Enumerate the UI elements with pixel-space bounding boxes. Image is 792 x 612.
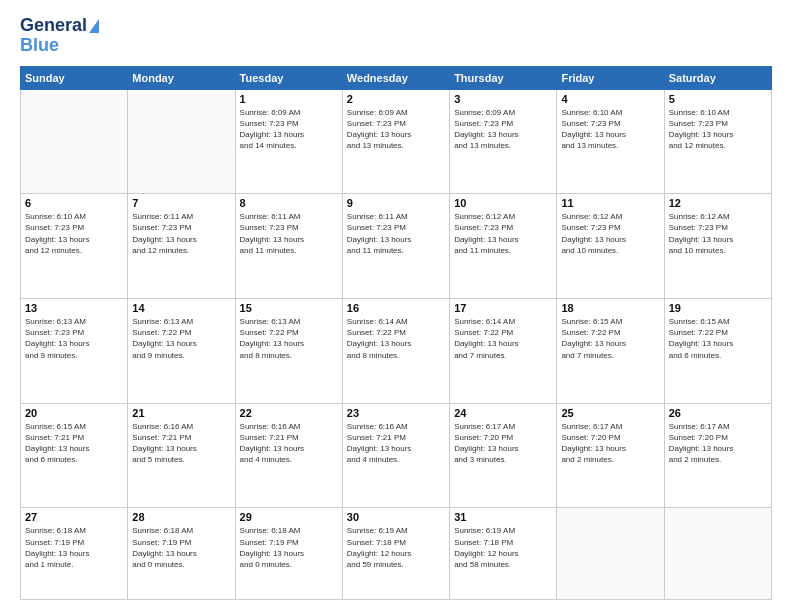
logo-text-blue: Blue bbox=[20, 36, 59, 56]
calendar-cell: 2Sunrise: 6:09 AM Sunset: 7:23 PM Daylig… bbox=[342, 89, 449, 194]
day-number: 24 bbox=[454, 407, 552, 419]
calendar-cell: 26Sunrise: 6:17 AM Sunset: 7:20 PM Dayli… bbox=[664, 403, 771, 508]
day-info: Sunrise: 6:13 AM Sunset: 7:22 PM Dayligh… bbox=[240, 316, 338, 361]
calendar-cell: 4Sunrise: 6:10 AM Sunset: 7:23 PM Daylig… bbox=[557, 89, 664, 194]
col-header-friday: Friday bbox=[557, 66, 664, 89]
day-number: 15 bbox=[240, 302, 338, 314]
calendar-cell: 7Sunrise: 6:11 AM Sunset: 7:23 PM Daylig… bbox=[128, 194, 235, 299]
day-number: 4 bbox=[561, 93, 659, 105]
day-number: 3 bbox=[454, 93, 552, 105]
day-number: 6 bbox=[25, 197, 123, 209]
day-number: 30 bbox=[347, 511, 445, 523]
calendar-table: SundayMondayTuesdayWednesdayThursdayFrid… bbox=[20, 66, 772, 600]
day-info: Sunrise: 6:18 AM Sunset: 7:19 PM Dayligh… bbox=[25, 525, 123, 570]
day-number: 27 bbox=[25, 511, 123, 523]
calendar-cell: 30Sunrise: 6:19 AM Sunset: 7:18 PM Dayli… bbox=[342, 508, 449, 600]
calendar-cell: 24Sunrise: 6:17 AM Sunset: 7:20 PM Dayli… bbox=[450, 403, 557, 508]
calendar-cell: 12Sunrise: 6:12 AM Sunset: 7:23 PM Dayli… bbox=[664, 194, 771, 299]
day-info: Sunrise: 6:10 AM Sunset: 7:23 PM Dayligh… bbox=[561, 107, 659, 152]
calendar-cell: 25Sunrise: 6:17 AM Sunset: 7:20 PM Dayli… bbox=[557, 403, 664, 508]
day-number: 22 bbox=[240, 407, 338, 419]
logo-line1: General bbox=[20, 16, 99, 36]
day-number: 1 bbox=[240, 93, 338, 105]
calendar-cell: 18Sunrise: 6:15 AM Sunset: 7:22 PM Dayli… bbox=[557, 298, 664, 403]
day-info: Sunrise: 6:18 AM Sunset: 7:19 PM Dayligh… bbox=[132, 525, 230, 570]
day-info: Sunrise: 6:19 AM Sunset: 7:18 PM Dayligh… bbox=[347, 525, 445, 570]
day-number: 12 bbox=[669, 197, 767, 209]
calendar-cell: 29Sunrise: 6:18 AM Sunset: 7:19 PM Dayli… bbox=[235, 508, 342, 600]
col-header-sunday: Sunday bbox=[21, 66, 128, 89]
day-info: Sunrise: 6:15 AM Sunset: 7:22 PM Dayligh… bbox=[561, 316, 659, 361]
day-info: Sunrise: 6:11 AM Sunset: 7:23 PM Dayligh… bbox=[240, 211, 338, 256]
day-info: Sunrise: 6:09 AM Sunset: 7:23 PM Dayligh… bbox=[240, 107, 338, 152]
col-header-thursday: Thursday bbox=[450, 66, 557, 89]
calendar-cell bbox=[557, 508, 664, 600]
calendar-cell: 13Sunrise: 6:13 AM Sunset: 7:23 PM Dayli… bbox=[21, 298, 128, 403]
day-number: 28 bbox=[132, 511, 230, 523]
day-info: Sunrise: 6:10 AM Sunset: 7:23 PM Dayligh… bbox=[669, 107, 767, 152]
calendar-cell: 6Sunrise: 6:10 AM Sunset: 7:23 PM Daylig… bbox=[21, 194, 128, 299]
calendar-cell: 31Sunrise: 6:19 AM Sunset: 7:18 PM Dayli… bbox=[450, 508, 557, 600]
calendar-cell: 11Sunrise: 6:12 AM Sunset: 7:23 PM Dayli… bbox=[557, 194, 664, 299]
day-info: Sunrise: 6:16 AM Sunset: 7:21 PM Dayligh… bbox=[347, 421, 445, 466]
day-number: 5 bbox=[669, 93, 767, 105]
calendar-cell: 19Sunrise: 6:15 AM Sunset: 7:22 PM Dayli… bbox=[664, 298, 771, 403]
day-info: Sunrise: 6:11 AM Sunset: 7:23 PM Dayligh… bbox=[132, 211, 230, 256]
day-number: 17 bbox=[454, 302, 552, 314]
calendar-cell: 21Sunrise: 6:16 AM Sunset: 7:21 PM Dayli… bbox=[128, 403, 235, 508]
day-number: 21 bbox=[132, 407, 230, 419]
calendar-cell bbox=[128, 89, 235, 194]
day-number: 18 bbox=[561, 302, 659, 314]
calendar-cell: 23Sunrise: 6:16 AM Sunset: 7:21 PM Dayli… bbox=[342, 403, 449, 508]
calendar-cell: 28Sunrise: 6:18 AM Sunset: 7:19 PM Dayli… bbox=[128, 508, 235, 600]
day-number: 14 bbox=[132, 302, 230, 314]
day-number: 2 bbox=[347, 93, 445, 105]
calendar-cell: 16Sunrise: 6:14 AM Sunset: 7:22 PM Dayli… bbox=[342, 298, 449, 403]
day-info: Sunrise: 6:15 AM Sunset: 7:21 PM Dayligh… bbox=[25, 421, 123, 466]
day-number: 11 bbox=[561, 197, 659, 209]
logo-arrow-icon bbox=[89, 19, 99, 33]
calendar-cell: 1Sunrise: 6:09 AM Sunset: 7:23 PM Daylig… bbox=[235, 89, 342, 194]
calendar-cell: 14Sunrise: 6:13 AM Sunset: 7:22 PM Dayli… bbox=[128, 298, 235, 403]
day-info: Sunrise: 6:18 AM Sunset: 7:19 PM Dayligh… bbox=[240, 525, 338, 570]
calendar-cell: 5Sunrise: 6:10 AM Sunset: 7:23 PM Daylig… bbox=[664, 89, 771, 194]
day-info: Sunrise: 6:17 AM Sunset: 7:20 PM Dayligh… bbox=[561, 421, 659, 466]
day-info: Sunrise: 6:11 AM Sunset: 7:23 PM Dayligh… bbox=[347, 211, 445, 256]
day-info: Sunrise: 6:16 AM Sunset: 7:21 PM Dayligh… bbox=[240, 421, 338, 466]
calendar-cell: 15Sunrise: 6:13 AM Sunset: 7:22 PM Dayli… bbox=[235, 298, 342, 403]
day-info: Sunrise: 6:09 AM Sunset: 7:23 PM Dayligh… bbox=[454, 107, 552, 152]
day-number: 31 bbox=[454, 511, 552, 523]
day-info: Sunrise: 6:13 AM Sunset: 7:23 PM Dayligh… bbox=[25, 316, 123, 361]
col-header-tuesday: Tuesday bbox=[235, 66, 342, 89]
day-number: 9 bbox=[347, 197, 445, 209]
logo-line2: Blue bbox=[20, 36, 59, 56]
day-info: Sunrise: 6:13 AM Sunset: 7:22 PM Dayligh… bbox=[132, 316, 230, 361]
day-number: 29 bbox=[240, 511, 338, 523]
logo: General Blue bbox=[20, 16, 99, 56]
header: General Blue bbox=[20, 16, 772, 56]
logo-text-general: General bbox=[20, 16, 87, 36]
calendar-cell: 27Sunrise: 6:18 AM Sunset: 7:19 PM Dayli… bbox=[21, 508, 128, 600]
col-header-wednesday: Wednesday bbox=[342, 66, 449, 89]
day-number: 16 bbox=[347, 302, 445, 314]
calendar-cell bbox=[664, 508, 771, 600]
day-info: Sunrise: 6:12 AM Sunset: 7:23 PM Dayligh… bbox=[561, 211, 659, 256]
day-info: Sunrise: 6:14 AM Sunset: 7:22 PM Dayligh… bbox=[347, 316, 445, 361]
day-info: Sunrise: 6:19 AM Sunset: 7:18 PM Dayligh… bbox=[454, 525, 552, 570]
day-info: Sunrise: 6:12 AM Sunset: 7:23 PM Dayligh… bbox=[669, 211, 767, 256]
col-header-monday: Monday bbox=[128, 66, 235, 89]
day-info: Sunrise: 6:12 AM Sunset: 7:23 PM Dayligh… bbox=[454, 211, 552, 256]
day-number: 25 bbox=[561, 407, 659, 419]
calendar-cell: 8Sunrise: 6:11 AM Sunset: 7:23 PM Daylig… bbox=[235, 194, 342, 299]
day-info: Sunrise: 6:16 AM Sunset: 7:21 PM Dayligh… bbox=[132, 421, 230, 466]
day-info: Sunrise: 6:10 AM Sunset: 7:23 PM Dayligh… bbox=[25, 211, 123, 256]
calendar-cell bbox=[21, 89, 128, 194]
calendar-cell: 10Sunrise: 6:12 AM Sunset: 7:23 PM Dayli… bbox=[450, 194, 557, 299]
calendar-cell: 22Sunrise: 6:16 AM Sunset: 7:21 PM Dayli… bbox=[235, 403, 342, 508]
day-number: 19 bbox=[669, 302, 767, 314]
page: General Blue SundayMondayTuesdayWednesda… bbox=[0, 0, 792, 612]
calendar-cell: 20Sunrise: 6:15 AM Sunset: 7:21 PM Dayli… bbox=[21, 403, 128, 508]
day-number: 8 bbox=[240, 197, 338, 209]
calendar-cell: 3Sunrise: 6:09 AM Sunset: 7:23 PM Daylig… bbox=[450, 89, 557, 194]
day-info: Sunrise: 6:17 AM Sunset: 7:20 PM Dayligh… bbox=[454, 421, 552, 466]
